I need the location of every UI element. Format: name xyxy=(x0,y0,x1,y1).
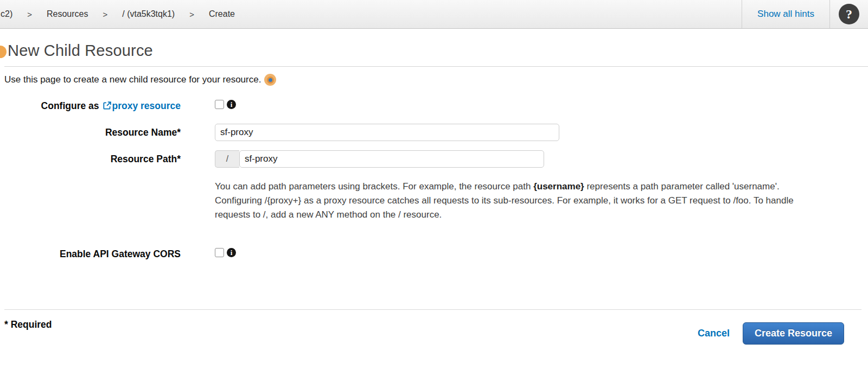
cors-label: Enable API Gateway CORS xyxy=(4,248,181,260)
resource-name-input[interactable] xyxy=(215,124,559,141)
breadcrumb-item-resource-id[interactable]: / (vta5k3tqk1) xyxy=(122,9,175,19)
breadcrumb-item-create: Create xyxy=(209,9,235,19)
form-footer: * Required Cancel Create Resource xyxy=(4,309,861,353)
hint-beacon-dot xyxy=(269,78,272,82)
new-resource-form: Configure asproxy resource i Resource Na… xyxy=(4,100,868,260)
configure-as-row: Configure asproxy resource i xyxy=(4,100,868,113)
enable-cors-checkbox[interactable] xyxy=(215,248,224,257)
cors-row: Enable API Gateway CORS i xyxy=(4,248,868,260)
resource-name-control xyxy=(215,124,559,141)
show-all-hints-cell: Show all hints xyxy=(742,0,830,28)
create-resource-button[interactable]: Create Resource xyxy=(743,322,844,345)
cors-control: i xyxy=(215,248,236,257)
resource-path-input[interactable] xyxy=(239,150,544,168)
resource-path-help-text: You can add path parameters using bracke… xyxy=(215,180,820,222)
intro-text: Use this page to create a new child reso… xyxy=(4,74,261,85)
resource-path-prefix: / xyxy=(215,150,239,168)
breadcrumb-separator: > xyxy=(103,10,107,19)
configure-as-proxy-checkbox[interactable] xyxy=(215,100,224,109)
breadcrumb-separator: > xyxy=(189,10,194,19)
footer-actions: Cancel Create Resource xyxy=(698,322,844,345)
breadcrumb: c2) > Resources > / (vta5k3tqk1) > Creat… xyxy=(0,0,235,28)
main-content: New Child Resource Use this page to crea… xyxy=(0,29,868,353)
resource-path-control: / xyxy=(215,150,544,168)
resource-path-group: / xyxy=(215,150,544,168)
show-all-hints-link[interactable]: Show all hints xyxy=(757,9,814,20)
resource-path-row: Resource Path* / xyxy=(4,150,868,168)
resource-path-label: Resource Path* xyxy=(4,153,181,165)
help-text-bold: {username} xyxy=(533,181,584,192)
hint-beacon-ring xyxy=(267,77,274,84)
proxy-resource-link[interactable]: proxy resource xyxy=(112,100,181,111)
configure-as-label-text: Configure as xyxy=(41,100,99,111)
breadcrumb-separator: > xyxy=(27,10,32,19)
title-divider xyxy=(4,66,868,67)
resource-name-row: Resource Name* xyxy=(4,124,868,141)
help-text-part1: You can add path parameters using bracke… xyxy=(215,181,533,192)
help-icon[interactable]: ? xyxy=(839,4,859,24)
breadcrumb-item-resources[interactable]: Resources xyxy=(47,9,88,19)
info-icon[interactable]: i xyxy=(227,248,236,257)
breadcrumb-item-api[interactable]: c2) xyxy=(1,9,12,19)
external-link-icon xyxy=(103,101,112,113)
hint-beacon-icon[interactable] xyxy=(264,74,276,86)
info-icon[interactable]: i xyxy=(227,100,236,109)
intro-row: Use this page to create a new child reso… xyxy=(4,74,868,86)
page-title: New Child Resource xyxy=(4,29,868,66)
topbar-right: Show all hints ? xyxy=(742,0,868,28)
breadcrumb-bar: c2) > Resources > / (vta5k3tqk1) > Creat… xyxy=(0,0,868,29)
configure-as-label: Configure asproxy resource xyxy=(4,100,181,113)
cancel-button[interactable]: Cancel xyxy=(698,328,730,339)
configure-as-control: i xyxy=(215,100,236,109)
resource-name-label: Resource Name* xyxy=(4,126,181,138)
